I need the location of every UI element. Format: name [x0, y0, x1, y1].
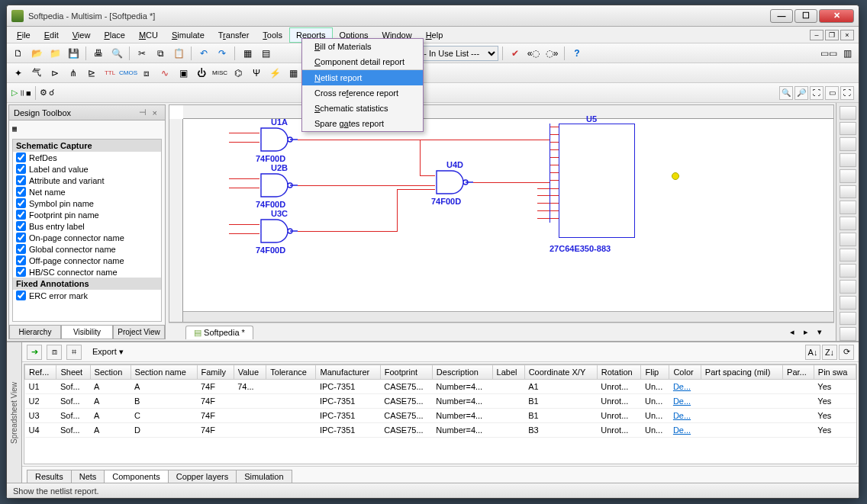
design-toolbox-close-icon[interactable]: × [150, 108, 160, 117]
visibility-list[interactable]: Schematic Capture RefDes Label and value… [12, 139, 162, 322]
instrument-spectrum-icon[interactable] [840, 296, 856, 310]
place-source-icon[interactable]: ✦ [10, 66, 27, 81]
column-header[interactable]: Value [234, 365, 266, 380]
instrument-iv-icon[interactable] [840, 264, 856, 278]
column-header[interactable]: Section [90, 365, 131, 380]
instrument-agilent-fg-icon[interactable] [840, 327, 856, 341]
save-icon[interactable]: 💾 [65, 46, 82, 61]
spreadsheet-select-icon[interactable]: ⧈ [47, 345, 62, 360]
menu-edit[interactable]: Edit [37, 27, 66, 43]
gate-u2b[interactable] [259, 172, 298, 198]
menu-file[interactable]: File [10, 27, 37, 43]
visibility-checkbox[interactable] [16, 255, 26, 265]
probe-icon[interactable]: ☌ [49, 88, 54, 98]
visibility-checkbox[interactable] [16, 198, 26, 208]
visibility-checkbox[interactable] [16, 164, 26, 174]
zoom-sheet-icon[interactable]: ▭ [825, 86, 839, 100]
column-header[interactable]: Manufacturer [316, 365, 380, 380]
menu-tools[interactable]: Tools [256, 27, 289, 43]
column-header[interactable]: Footprint [380, 365, 432, 380]
zoom-out-icon[interactable]: 🔎 [794, 86, 808, 100]
spreadsheet-icon[interactable]: ▤ [257, 46, 274, 61]
fullscreen-icon[interactable]: ⛶ [840, 86, 854, 100]
copy-icon[interactable]: ⧉ [152, 46, 169, 61]
interactive-sim-icon[interactable]: ⚙ [40, 88, 47, 98]
ss-tab-nets[interactable]: Nets [71, 470, 105, 483]
instrument-network-icon[interactable] [840, 312, 856, 326]
ss-tab-copper[interactable]: Copper layers [168, 470, 237, 483]
visibility-checkbox[interactable] [16, 267, 26, 277]
tab-nav-left-icon[interactable]: ◂ [790, 327, 802, 339]
gate-u1a[interactable] [259, 127, 298, 152]
column-header[interactable]: Par... [783, 365, 814, 380]
instrument-distortion-icon[interactable] [840, 280, 856, 294]
document-tab[interactable]: ▤ Softpedia * [185, 326, 253, 339]
open-icon[interactable]: 📂 [28, 46, 45, 61]
column-header[interactable]: Color [669, 365, 701, 380]
gate-u4d[interactable] [435, 169, 473, 195]
visibility-item[interactable]: On-page connector name [13, 232, 161, 243]
visibility-checkbox[interactable] [16, 187, 26, 197]
place-advanced-icon[interactable]: ⌬ [230, 66, 247, 81]
column-header[interactable]: Rotation [597, 365, 641, 380]
visibility-checkbox[interactable] [16, 221, 26, 231]
place-ttl-icon[interactable]: TTL [102, 66, 118, 81]
stop-icon[interactable]: ■ [26, 88, 31, 98]
place-mixed-icon[interactable]: ∿ [156, 66, 173, 81]
place-diode-icon[interactable]: ⊳ [47, 66, 63, 81]
zoom-area-icon[interactable]: ⛶ [810, 86, 823, 100]
visibility-item[interactable]: HB/SC connector name [13, 266, 161, 278]
cut-icon[interactable]: ✂ [134, 46, 150, 61]
erc-icon[interactable]: ✔ [507, 46, 524, 61]
place-cmos-icon[interactable]: CMOS [120, 66, 137, 81]
visibility-item[interactable]: Global connector name [13, 243, 161, 255]
column-header[interactable]: Flip [641, 365, 669, 380]
spreadsheet-go-icon[interactable]: ➔ [27, 345, 42, 360]
visibility-item[interactable]: Attribute and variant [13, 175, 161, 186]
export-button[interactable]: Export ▾ [86, 345, 130, 358]
chip-u5[interactable] [559, 124, 635, 238]
ss-tab-components[interactable]: Components [104, 470, 168, 483]
visibility-item[interactable]: ERC error mark [13, 290, 161, 301]
maximize-button[interactable]: ☐ [794, 9, 817, 23]
column-header[interactable]: Coordinate X/Y [524, 365, 597, 380]
menu-cross-reference[interactable]: Cross reference report [302, 85, 423, 101]
run-icon[interactable]: ▷ [11, 88, 18, 98]
column-header[interactable]: Ref... [25, 365, 56, 380]
toggle-3d-icon[interactable]: ▥ [839, 46, 856, 61]
visibility-checkbox[interactable] [16, 210, 26, 220]
design-toolbox-pin-icon[interactable]: ⊣ [136, 108, 150, 117]
instrument-bode-icon[interactable] [840, 185, 856, 199]
visibility-item[interactable]: Label and value [13, 163, 161, 175]
open-sample-icon[interactable]: 📁 [47, 46, 63, 61]
sort-asc-icon[interactable]: A↓ [805, 345, 820, 360]
mdi-close-button[interactable]: × [840, 30, 854, 40]
column-header[interactable]: Part spacing (mil) [701, 365, 782, 380]
column-header[interactable]: Pin swa [814, 365, 856, 380]
design-toolbox-tool-icon[interactable]: ▦ [12, 124, 17, 133]
visibility-checkbox[interactable] [16, 291, 26, 300]
place-basic-icon[interactable]: ⽓ [28, 66, 45, 81]
in-use-list-select[interactable]: --- In Use List --- [414, 46, 498, 61]
menu-simulate[interactable]: Simulate [165, 27, 211, 43]
instrument-logic-analyzer-icon[interactable] [840, 233, 856, 246]
probe-marker[interactable] [672, 172, 679, 180]
menu-spare-gates[interactable]: Spare gates report [302, 116, 423, 131]
tab-nav-mini-icon[interactable]: ▾ [817, 327, 830, 339]
instrument-scope-icon[interactable] [840, 153, 856, 167]
table-row[interactable]: U1Sof...AA74F74...IPC-7351CASE75...Numbe… [25, 380, 856, 394]
schematic-drawing[interactable]: U1A 74F00D U2B 74F00D U3C 74F00D [183, 119, 833, 311]
menu-mcu[interactable]: MCU [132, 27, 165, 43]
visibility-item[interactable]: Net name [13, 186, 161, 197]
canvas-scroll-h[interactable] [183, 311, 833, 322]
visibility-checkbox[interactable] [16, 175, 26, 185]
menu-netlist-report[interactable]: Netlist report [302, 69, 423, 85]
menu-transfer[interactable]: Transfer [211, 27, 256, 43]
visibility-item[interactable]: RefDes [13, 152, 161, 163]
zoom-in-icon[interactable]: 🔍 [779, 86, 793, 100]
instrument-wordgen-icon[interactable] [840, 217, 856, 230]
instrument-funcgen-icon[interactable] [840, 122, 856, 136]
column-header[interactable]: Label [492, 365, 524, 380]
help-icon[interactable]: ? [569, 46, 585, 61]
menu-component-detail[interactable]: Component detail report [302, 54, 423, 69]
